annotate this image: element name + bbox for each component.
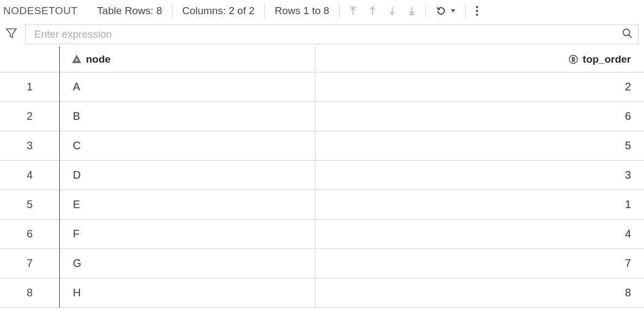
cell-node: A bbox=[60, 72, 315, 102]
text-type-icon bbox=[72, 54, 82, 64]
filter-bar bbox=[0, 22, 644, 46]
row-index-cell: 7 bbox=[0, 249, 60, 278]
chevron-down-icon bbox=[451, 9, 455, 13]
cell-top-order: 4 bbox=[315, 220, 644, 249]
row-navigation bbox=[339, 6, 425, 16]
cell-top-order: 7 bbox=[315, 249, 644, 278]
filter-icon[interactable] bbox=[4, 27, 17, 41]
cell-top-order: 8 bbox=[315, 278, 644, 308]
column-label: top_order bbox=[583, 53, 631, 65]
row-index-cell: 1 bbox=[0, 72, 60, 102]
cell-top-order: 5 bbox=[315, 131, 644, 161]
cell-top-order: 1 bbox=[315, 190, 644, 220]
cell-top-order: 3 bbox=[315, 161, 644, 190]
row-index-cell: 5 bbox=[0, 190, 60, 220]
cell-node: D bbox=[60, 161, 315, 190]
table-name: NODESETOUT bbox=[3, 5, 88, 17]
rows-range-label: Rows 1 to 8 bbox=[265, 5, 339, 17]
svg-marker-9 bbox=[7, 29, 16, 38]
more-vertical-icon bbox=[475, 5, 479, 16]
cell-top-order: 2 bbox=[315, 72, 644, 102]
columns-label: Columns: 2 of 2 bbox=[172, 5, 264, 17]
column-header-node[interactable]: node bbox=[60, 46, 315, 72]
cell-node: G bbox=[60, 249, 315, 278]
row-index-cell: 4 bbox=[0, 161, 60, 190]
column-label: node bbox=[86, 53, 110, 65]
refresh-icon bbox=[436, 5, 447, 16]
svg-point-8 bbox=[476, 14, 478, 16]
table-rows-label: Table Rows: 8 bbox=[88, 5, 172, 17]
search-icon[interactable] bbox=[622, 28, 633, 41]
cell-node: B bbox=[60, 102, 315, 131]
go-last-icon[interactable] bbox=[408, 6, 416, 16]
cell-top-order: 6 bbox=[315, 102, 644, 131]
svg-point-7 bbox=[476, 10, 478, 12]
row-index-cell: 3 bbox=[0, 131, 60, 161]
row-index-cell: 2 bbox=[0, 102, 60, 131]
refresh-button[interactable] bbox=[426, 5, 465, 16]
go-prev-icon[interactable] bbox=[369, 6, 376, 16]
column-header-top-order[interactable]: top_order bbox=[315, 46, 644, 72]
numeric-type-icon bbox=[568, 54, 578, 64]
go-first-icon[interactable] bbox=[349, 6, 357, 16]
table-toolbar: NODESETOUT Table Rows: 8 Columns: 2 of 2… bbox=[0, 0, 644, 22]
row-index-cell: 8 bbox=[0, 278, 60, 308]
data-table: node top_order 1A22B63C54D35E16F47G78H8 bbox=[0, 46, 644, 308]
cell-node: C bbox=[60, 131, 315, 161]
svg-point-6 bbox=[476, 6, 478, 8]
cell-node: H bbox=[60, 278, 315, 308]
cell-node: E bbox=[60, 190, 315, 220]
filter-expression-input[interactable] bbox=[33, 28, 622, 41]
row-index-cell: 6 bbox=[0, 220, 60, 249]
row-index-header bbox=[0, 46, 60, 72]
svg-line-11 bbox=[629, 35, 631, 38]
go-next-icon[interactable] bbox=[388, 6, 396, 16]
cell-node: F bbox=[60, 220, 315, 249]
more-menu-button[interactable] bbox=[466, 5, 488, 16]
filter-input-container bbox=[25, 25, 639, 44]
svg-point-10 bbox=[623, 29, 630, 35]
